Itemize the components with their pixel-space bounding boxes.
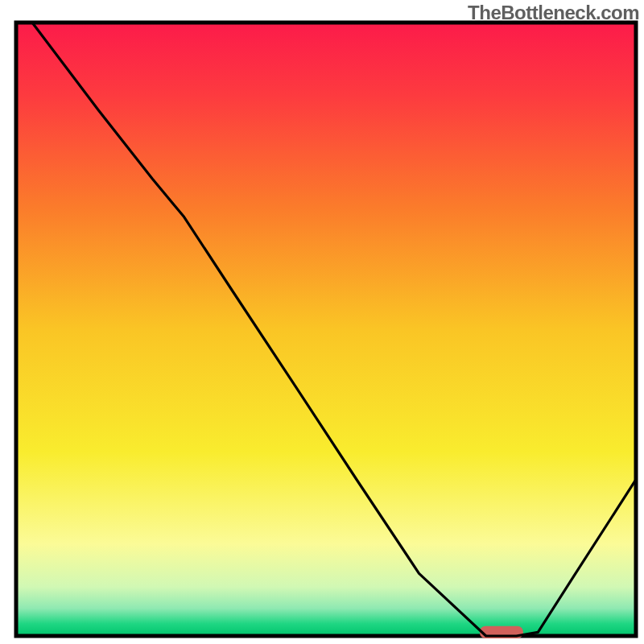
plot-background bbox=[16, 23, 636, 636]
watermark-text: TheBottleneck.com bbox=[468, 2, 639, 24]
bottleneck-chart bbox=[0, 0, 644, 644]
chart-container: { "watermark": "TheBottleneck.com", "cha… bbox=[0, 0, 644, 644]
